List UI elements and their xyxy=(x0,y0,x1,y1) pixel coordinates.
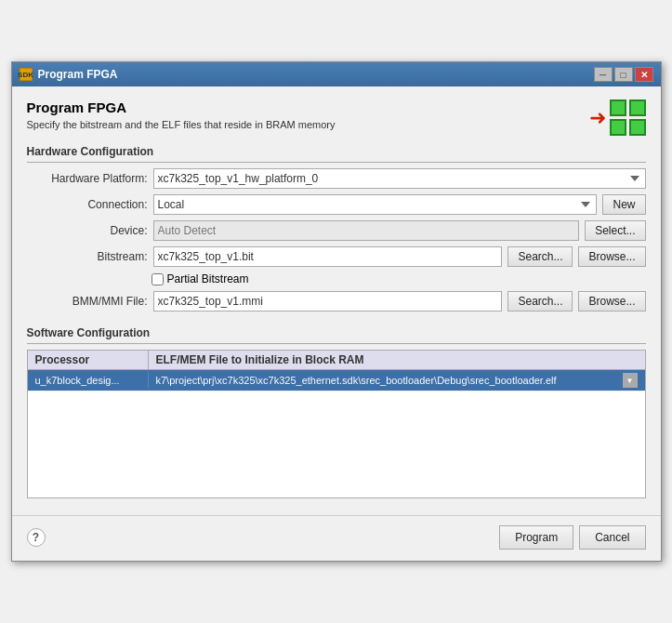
bitstream-row: Bitstream: Search... Browse... xyxy=(27,246,646,267)
software-section-label: Software Configuration xyxy=(27,326,646,344)
elf-cell: k7\project\prj\xc7k325\xc7k325_ethernet.… xyxy=(149,370,645,391)
fpga-box-2 xyxy=(629,99,646,116)
maximize-button[interactable]: □ xyxy=(614,67,633,82)
window-title: Program FPGA xyxy=(38,68,118,81)
bitstream-browse-button[interactable]: Browse... xyxy=(578,246,645,267)
connection-label: Connection: xyxy=(27,198,148,211)
partial-bitstream-row: Partial Bitstream xyxy=(152,272,646,285)
hardware-section-label: Hardware Configuration xyxy=(27,145,646,163)
fpga-box-1 xyxy=(610,99,626,116)
col-elf-header: ELF/MEM File to Initialize in Block RAM xyxy=(149,351,645,369)
dialog-content: Program FPGA Specify the bitstream and t… xyxy=(12,86,661,511)
title-bar: SDK Program FPGA ─ □ ✕ xyxy=(12,62,661,86)
platform-select[interactable]: xc7k325_top_v1_hw_platform_0 xyxy=(153,168,646,189)
software-table: Processor ELF/MEM File to Initialize in … xyxy=(27,350,646,498)
title-bar-left: SDK Program FPGA xyxy=(20,68,118,81)
fpga-graphic: ➜ xyxy=(589,99,646,136)
connection-select[interactable]: Local xyxy=(153,194,598,215)
processor-cell: u_k7block_desig... xyxy=(28,372,149,389)
minimize-button[interactable]: ─ xyxy=(594,67,613,82)
header-section: Program FPGA Specify the bitstream and t… xyxy=(27,99,646,136)
fpga-box-3 xyxy=(610,119,626,136)
table-row[interactable]: u_k7block_desig... k7\project\prj\xc7k32… xyxy=(28,370,645,391)
connection-row: Connection: Local New xyxy=(27,194,646,215)
bmm-row: BMM/MMI File: Search... Browse... xyxy=(27,291,646,312)
table-header: Processor ELF/MEM File to Initialize in … xyxy=(28,351,645,370)
cancel-button[interactable]: Cancel xyxy=(579,525,645,550)
bmm-input[interactable] xyxy=(153,291,503,312)
dialog-subtitle: Specify the bitstream and the ELF files … xyxy=(27,119,336,130)
app-icon: SDK xyxy=(20,68,33,81)
select-button[interactable]: Select... xyxy=(585,220,645,241)
title-bar-controls: ─ □ ✕ xyxy=(594,67,653,82)
partial-bitstream-checkbox[interactable] xyxy=(152,273,164,285)
platform-label: Hardware Platform: xyxy=(27,172,148,185)
footer-left: ? xyxy=(27,528,46,547)
bitstream-label: Bitstream: xyxy=(27,250,148,263)
close-button[interactable]: ✕ xyxy=(635,67,653,82)
fpga-box-4 xyxy=(629,119,646,136)
bitstream-input[interactable] xyxy=(153,246,503,267)
footer-buttons: Program Cancel xyxy=(499,525,645,550)
dialog-footer: ? Program Cancel xyxy=(12,515,661,561)
fpga-boxes xyxy=(610,99,646,136)
bmm-search-button[interactable]: Search... xyxy=(507,291,573,312)
arrow-icon: ➜ xyxy=(589,106,606,130)
bmm-label: BMM/MMI File: xyxy=(27,295,148,308)
bitstream-search-button[interactable]: Search... xyxy=(507,246,573,267)
header-text: Program FPGA Specify the bitstream and t… xyxy=(27,99,336,130)
bmm-browse-button[interactable]: Browse... xyxy=(578,291,645,312)
elf-path: k7\project\prj\xc7k325\xc7k325_ethernet.… xyxy=(156,375,623,386)
elf-dropdown-icon[interactable]: ▼ xyxy=(623,373,638,388)
device-label: Device: xyxy=(27,224,148,237)
new-button[interactable]: New xyxy=(602,194,645,215)
partial-bitstream-label: Partial Bitstream xyxy=(167,272,249,285)
device-row: Device: Select... xyxy=(27,220,646,241)
hardware-config-section: Hardware Configuration Hardware Platform… xyxy=(27,145,646,317)
help-button[interactable]: ? xyxy=(27,528,46,547)
platform-row: Hardware Platform: xc7k325_top_v1_hw_pla… xyxy=(27,168,646,189)
device-input xyxy=(153,220,580,241)
program-button[interactable]: Program xyxy=(499,525,573,550)
dialog-title: Program FPGA xyxy=(27,99,336,115)
main-window: SDK Program FPGA ─ □ ✕ Program FPGA Spec… xyxy=(11,61,662,562)
col-processor-header: Processor xyxy=(28,351,149,369)
software-config-section: Software Configuration Processor ELF/MEM… xyxy=(27,326,646,498)
